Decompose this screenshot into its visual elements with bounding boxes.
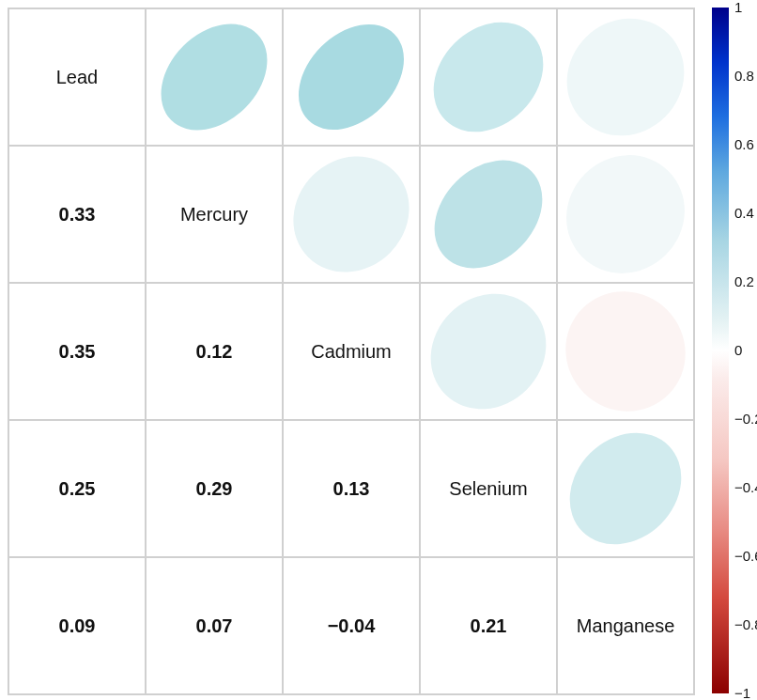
corr-ellipse-icon: [558, 9, 693, 145]
svg-point-4: [284, 147, 419, 282]
cell-upper-r0c2: [283, 8, 420, 146]
cell-upper-r2c3: [420, 283, 557, 420]
colorbar-tick: 0.2: [734, 273, 754, 289]
colorbar-tick: 0: [734, 342, 742, 358]
cell-lower-r4c2: −0.04: [283, 557, 420, 694]
corr-ellipse-icon: [421, 9, 556, 145]
cell-upper-r2c4: [557, 283, 694, 420]
svg-point-2: [421, 9, 556, 145]
corr-value: 0.09: [59, 615, 96, 637]
corr-ellipse-icon: [147, 9, 282, 145]
corr-value: 0.13: [333, 478, 370, 500]
svg-point-9: [558, 421, 693, 556]
colorbar-tick: −1: [734, 685, 750, 700]
cell-lower-r2c1: 0.12: [146, 283, 283, 420]
cell-lower-r4c1: 0.07: [146, 557, 283, 694]
diag-label: Lead: [56, 67, 99, 88]
cell-upper-r0c3: [420, 8, 557, 146]
svg-point-5: [421, 147, 556, 282]
colorbar-tick: −0.8: [734, 616, 757, 632]
svg-point-6: [558, 147, 693, 282]
corr-ellipse-icon: [558, 421, 693, 556]
corr-value: 0.29: [196, 478, 233, 500]
cell-upper-r0c1: [146, 8, 283, 146]
cell-lower-r4c0: 0.09: [8, 557, 146, 694]
svg-point-8: [558, 284, 693, 419]
diag-label: Cadmium: [311, 341, 392, 363]
colorbar: 1 0.8 0.6 0.4 0.2 0 −0.2 −0.4 −0.6 −0.8 …: [706, 8, 753, 693]
corr-ellipse-icon: [421, 284, 556, 419]
colorbar-tick: 0.8: [734, 68, 754, 84]
cell-diag-lead: Lead: [8, 8, 146, 146]
cell-diag-mercury: Mercury: [146, 146, 283, 283]
corr-value: −0.04: [328, 615, 376, 637]
cell-lower-r4c3: 0.21: [420, 557, 557, 694]
colorbar-tick: −0.6: [734, 548, 757, 564]
corr-value: 0.12: [196, 341, 233, 363]
svg-point-7: [421, 284, 556, 419]
corr-value: 0.07: [196, 615, 233, 637]
svg-point-3: [558, 9, 693, 145]
cell-upper-r1c2: [283, 146, 420, 283]
corr-value: 0.25: [59, 478, 96, 500]
colorbar-tick: 0.4: [734, 205, 754, 221]
svg-point-0: [147, 9, 282, 145]
cell-upper-r0c4: [557, 8, 694, 146]
corr-ellipse-icon: [284, 9, 419, 145]
cell-upper-r3c4: [557, 420, 694, 557]
cell-lower-r3c1: 0.29: [146, 420, 283, 557]
correlation-plot: Lead 0.33 Mercury 0.35 0.12 Cadmium 0.25: [0, 0, 757, 700]
corr-value: 0.21: [471, 615, 507, 637]
colorbar-tick: 1: [734, 0, 742, 15]
colorbar-gradient: [712, 8, 729, 693]
colorbar-tick: 0.6: [734, 136, 754, 152]
corr-ellipse-icon: [558, 284, 693, 419]
diag-label: Manganese: [577, 615, 675, 637]
cell-diag-cadmium: Cadmium: [283, 283, 420, 420]
colorbar-tick: −0.2: [734, 411, 757, 427]
cell-lower-r1c0: 0.33: [8, 146, 146, 283]
svg-point-1: [284, 9, 419, 145]
cell-diag-manganese: Manganese: [557, 557, 694, 694]
cell-upper-r1c4: [557, 146, 694, 283]
corr-ellipse-icon: [284, 147, 419, 282]
corr-ellipse-icon: [558, 147, 693, 282]
corr-value: 0.33: [59, 204, 96, 226]
cell-lower-r3c2: 0.13: [283, 420, 420, 557]
corr-ellipse-icon: [421, 147, 556, 282]
cell-upper-r1c3: [420, 146, 557, 283]
cell-lower-r3c0: 0.25: [8, 420, 146, 557]
correlation-matrix: Lead 0.33 Mercury 0.35 0.12 Cadmium 0.25: [8, 8, 695, 695]
colorbar-tick: −0.4: [734, 479, 757, 495]
cell-diag-selenium: Selenium: [420, 420, 557, 557]
diag-label: Selenium: [449, 478, 527, 500]
corr-value: 0.35: [59, 341, 96, 363]
diag-label: Mercury: [180, 204, 248, 226]
cell-lower-r2c0: 0.35: [8, 283, 146, 420]
